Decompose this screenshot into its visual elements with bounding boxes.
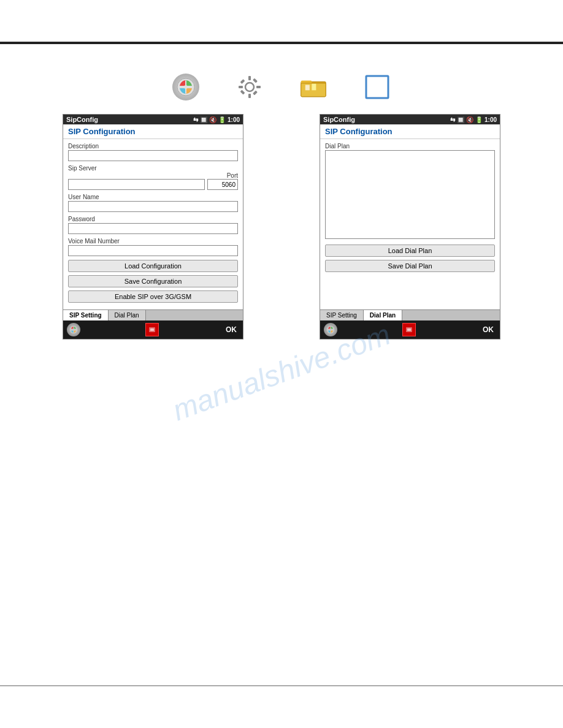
password-label: Password [68,216,238,222]
right-title: SipConfig [323,116,355,123]
svg-rect-19 [150,328,154,331]
folder-icon[interactable] [300,74,327,100]
svg-rect-10 [240,90,245,95]
port-group: Port [207,172,238,190]
save-config-button[interactable]: Save Configuration [68,275,238,287]
left-start-button[interactable] [67,323,80,336]
dial-plan-label: Dial Plan [325,143,495,150]
left-tabs-bar: SIP Setting Dial Plan [63,309,243,320]
gear-icon[interactable] [236,74,263,100]
description-group: Description [68,143,238,161]
load-config-button[interactable]: Load Configuration [68,260,238,272]
svg-rect-9 [253,78,258,83]
right-tabs-bar: SIP Setting Dial Plan [320,309,500,320]
left-red-button[interactable] [145,323,159,336]
left-ok-button[interactable]: OK [223,325,239,334]
dial-plan-group: Dial Plan [325,143,495,241]
svg-rect-16 [366,76,388,98]
svg-point-20 [327,326,334,333]
bottom-rule [0,685,563,686]
svg-rect-14 [305,85,310,90]
square-icon[interactable] [364,74,391,100]
left-title: SipConfig [66,116,98,123]
description-label: Description [68,143,238,150]
right-tab-sip-setting[interactable]: SIP Setting [320,310,364,320]
left-content-area: Description Sip Server Port User Name [63,139,243,309]
right-start-button[interactable] [324,323,337,336]
right-taskbar: OK [320,320,500,339]
svg-rect-7 [240,79,245,84]
left-phone-screen: SipConfig ⇆ 🔲 🔇 🔋 1:00 SIP Configuration… [63,114,243,339]
right-time: 1:00 [484,116,497,123]
username-group: User Name [68,194,238,212]
description-input[interactable] [68,150,238,161]
sip-server-input[interactable] [68,179,205,190]
svg-point-2 [245,83,254,91]
screens-row: SipConfig ⇆ 🔲 🔇 🔋 1:00 SIP Configuration… [0,114,563,339]
left-title-icons: ⇆ 🔲 🔇 🔋 1:00 [193,116,240,123]
svg-point-17 [70,326,77,333]
left-sip-header: SIP Configuration [63,124,243,139]
load-dial-plan-button[interactable]: Load Dial Plan [325,245,495,257]
left-time: 1:00 [228,116,240,123]
left-title-bar: SipConfig ⇆ 🔲 🔇 🔋 1:00 [63,115,243,124]
username-label: User Name [68,194,238,200]
svg-rect-3 [248,76,251,80]
right-title-icons: ⇆ 🔲 🔇 🔋 1:00 [450,116,497,123]
right-content-area: Dial Plan Load Dial Plan Save Dial Plan [320,139,500,309]
right-title-bar: SipConfig ⇆ 🔲 🔇 🔋 1:00 [320,115,500,124]
save-dial-plan-button[interactable]: Save Dial Plan [325,260,495,272]
svg-point-1 [184,85,188,89]
svg-rect-4 [248,94,251,98]
right-ok-button[interactable]: OK [480,325,496,334]
right-red-button[interactable] [402,323,416,336]
svg-rect-8 [253,91,258,96]
right-sip-header: SIP Configuration [320,124,500,139]
password-input[interactable] [68,223,238,234]
username-input[interactable] [68,201,238,212]
windows-icon[interactable] [172,74,199,100]
voicemail-label: Voice Mail Number [68,238,238,245]
sip-server-label: Sip Server [68,165,238,172]
dial-plan-textarea[interactable] [325,150,495,239]
password-group: Password [68,216,238,234]
svg-rect-15 [312,84,316,91]
port-input[interactable] [207,179,238,190]
sip-server-group: Sip Server Port [68,165,238,190]
left-tab-sip-setting[interactable]: SIP Setting [63,310,109,320]
right-phone-screen: SipConfig ⇆ 🔲 🔇 🔋 1:00 SIP Configuration… [320,114,500,339]
svg-rect-22 [407,328,411,331]
left-tab-dial-plan[interactable]: Dial Plan [109,310,146,320]
port-label: Port [227,172,238,179]
top-rule [0,42,563,44]
sip-server-row: Port [68,172,238,190]
enable-sip-button[interactable]: Enable SIP over 3G/GSM [68,290,238,303]
right-tab-dial-plan[interactable]: Dial Plan [364,310,402,320]
icons-row [0,74,563,100]
voicemail-group: Voice Mail Number [68,238,238,256]
left-taskbar: OK [63,320,243,339]
svg-rect-6 [256,86,261,88]
voicemail-input[interactable] [68,245,238,256]
svg-rect-5 [239,86,243,88]
